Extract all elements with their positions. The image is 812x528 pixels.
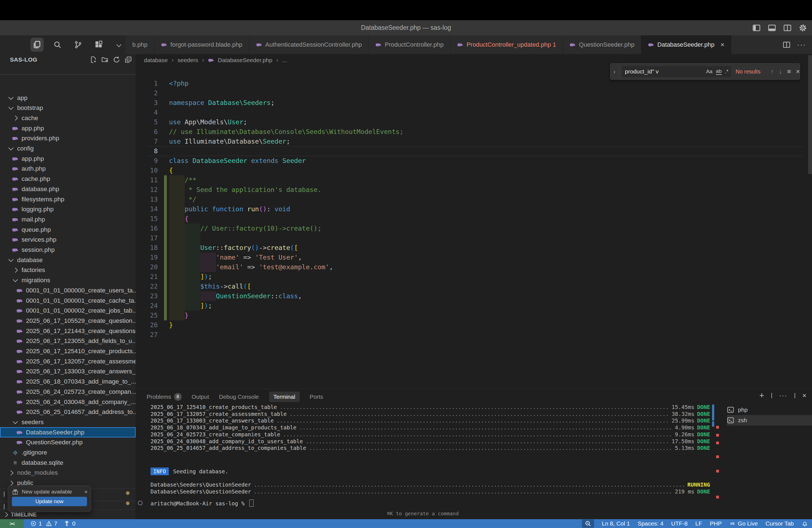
tree-file-mail-php[interactable]: mail.php	[0, 214, 135, 224]
zoom-status-icon[interactable]	[582, 519, 594, 528]
tree-file-app-php[interactable]: app.php	[0, 153, 135, 164]
source-control-icon[interactable]	[71, 38, 85, 52]
editor-scrollbar[interactable]	[808, 54, 812, 389]
tree-file-2025-06-24-025723-create-compan-[interactable]: 2025_06_24_025723_create_compan...	[0, 386, 135, 397]
remote-indicator[interactable]: ><	[0, 519, 24, 528]
collapsed-section-chevron-icon[interactable]	[4, 492, 4, 497]
tree-file-database-php[interactable]: database.php	[0, 184, 135, 194]
tree-folder-database[interactable]: database	[0, 255, 135, 265]
panel-tab-problems[interactable]: Problems8	[147, 393, 182, 401]
code-line-17[interactable]: 17	[135, 233, 812, 243]
next-match-icon[interactable]: ↓	[779, 68, 782, 75]
toggle-primary-sidebar-icon[interactable]	[752, 24, 760, 32]
whole-word-icon[interactable]: ab	[716, 68, 722, 75]
indentation-status[interactable]: Spaces: 4	[638, 520, 663, 527]
tree-file-2025-06-18-070343-add-image-to-[interactable]: 2025_06_18_070343_add_image_to_...	[0, 377, 135, 387]
editor-tab-b-php[interactable]: b.php	[126, 35, 155, 54]
more-actions-icon[interactable]: ···	[779, 392, 787, 399]
panel-tab-terminal[interactable]: Terminal	[269, 392, 300, 402]
tree-file-services-php[interactable]: services.php	[0, 235, 135, 245]
eol-status[interactable]: LF	[695, 520, 702, 527]
terminal-dropdown-chevron-icon[interactable]	[771, 393, 772, 398]
code-line-20[interactable]: 20 'email' => 'test@example.com',	[135, 262, 812, 272]
code-line-2[interactable]: 2	[135, 88, 812, 98]
tree-file-2025-06-24-030048-add-company-[interactable]: 2025_06_24_030048_add_company_...	[0, 397, 135, 407]
tree-folder-config[interactable]: config	[0, 144, 135, 154]
panel-tab-ports[interactable]: Ports	[309, 394, 323, 400]
code-line-7[interactable]: 7use Illuminate\Database\Seeder;	[135, 137, 812, 146]
code-line-4[interactable]: 4	[135, 108, 812, 117]
editor-tab-authenticatedsessioncontroller-php[interactable]: AuthenticatedSessionController.php	[249, 35, 369, 54]
tree-file--gitignore[interactable]: .gitignore	[0, 448, 135, 458]
new-folder-icon[interactable]	[101, 56, 108, 63]
tree-file-filesystems-php[interactable]: filesystems.php	[0, 194, 135, 204]
previous-match-icon[interactable]: ↑	[771, 68, 774, 75]
new-file-icon[interactable]	[90, 56, 97, 63]
tree-file-app-php[interactable]: app.php	[0, 123, 135, 133]
maximize-panel-chevron-icon[interactable]	[795, 393, 795, 398]
explorer-icon[interactable]	[30, 38, 44, 52]
refresh-icon[interactable]	[113, 56, 120, 63]
close-icon[interactable]: ×	[721, 41, 724, 48]
tree-folder-bootstrap[interactable]: bootstrap	[0, 103, 135, 113]
find-input[interactable]: product_id" v Aa ab .*	[622, 66, 731, 77]
tree-folder-migrations[interactable]: migrations	[0, 275, 135, 285]
title-bar[interactable]: DatabaseSeeder.php — sas-log	[0, 20, 812, 35]
tree-folder-node-modules[interactable]: node_modules	[0, 468, 135, 478]
terminal-instance-zsh[interactable]: zsh	[727, 415, 812, 426]
terminal-instance-php[interactable]: php	[727, 405, 812, 415]
tree-file-2025-06-25-014657-add-address-to-[interactable]: 2025_06_25_014657_add_address_to...	[0, 407, 135, 417]
new-terminal-icon[interactable]: +	[759, 391, 764, 400]
problems-status[interactable]: 1 7	[30, 520, 57, 527]
code-line-25[interactable]: 25 }	[135, 311, 812, 320]
code-line-15[interactable]: 15 {	[135, 214, 812, 224]
tree-folder-seeders[interactable]: seeders	[0, 417, 135, 427]
editor-tab-productcontroller-updated-php-1[interactable]: ProductController_updated.php 1	[450, 35, 563, 54]
editor-tab-databaseseeder-php[interactable]: DatabaseSeeder.php×	[641, 35, 731, 54]
tree-file-2025-06-17-133003-create-answers-[interactable]: 2025_06_17_133003_create_answers_...	[0, 366, 135, 377]
code-line-14[interactable]: 14 public function run(): void	[135, 204, 812, 214]
tree-folder-app[interactable]: app	[0, 93, 135, 103]
code-line-23[interactable]: 23 QuestionSeeder::class,	[135, 291, 812, 301]
cursor-position-status[interactable]: Ln 8, Col 1	[602, 520, 630, 527]
code-line-12[interactable]: 12 * Seed the application's database.	[135, 185, 812, 195]
code-line-1[interactable]: 1<?php	[135, 79, 812, 88]
update-now-button[interactable]: Update now	[12, 497, 87, 506]
code-line-13[interactable]: 13 */	[135, 195, 812, 204]
panel-tab-output[interactable]: Output	[192, 394, 209, 400]
close-panel-icon[interactable]: ×	[802, 391, 807, 400]
bell-icon[interactable]	[801, 520, 808, 527]
tree-folder-factories[interactable]: factories	[0, 265, 135, 275]
tree-file-databaseseeder-php[interactable]: DatabaseSeeder.php	[0, 427, 135, 437]
collapsed-section-chevron-icon[interactable]	[4, 504, 4, 509]
tree-file-cache-php[interactable]: cache.php	[0, 174, 135, 184]
tree-file-providers-php[interactable]: providers.php	[0, 133, 135, 144]
tree-file-2025-06-17-105529-create-question-[interactable]: 2025_06_17_105529_create_question...	[0, 316, 135, 326]
scrollbar-thumb[interactable]	[712, 405, 714, 421]
scrollbar-thumb[interactable]	[712, 421, 714, 427]
breadcrumb-item[interactable]: seeders	[178, 57, 198, 63]
tree-file-2025-06-17-123055-add-fields-to-u-[interactable]: 2025_06_17_123055_add_fields_to_u...	[0, 336, 135, 346]
code-line-24[interactable]: 24 ]);	[135, 301, 812, 311]
code-line-6[interactable]: 6// use Illuminate\Database\Console\Seed…	[135, 127, 812, 137]
tree-file-2025-06-17-125410-create-products-[interactable]: 2025_06_17_125410_create_products...	[0, 346, 135, 356]
extensions-icon[interactable]	[92, 38, 105, 52]
tree-file-logging-php[interactable]: logging.php	[0, 204, 135, 215]
close-icon[interactable]: ×	[84, 489, 88, 495]
ports-status[interactable]: 0	[64, 520, 75, 527]
more-actions-icon[interactable]: ···	[797, 41, 806, 49]
code-line-26[interactable]: 26}	[135, 320, 812, 330]
tree-file-queue-php[interactable]: queue.php	[0, 224, 135, 235]
toggle-replace-chevron-icon[interactable]: ›	[610, 63, 619, 79]
tree-file-0001-01-01-000002-create-jobs-tab-[interactable]: 0001_01_01_000002_create_jobs_tab...	[0, 306, 135, 316]
code-line-5[interactable]: 5use App\Models\User;	[135, 117, 812, 127]
go-live-status[interactable]: Go Live	[729, 520, 758, 527]
tree-file-2025-06-17-132057-create-assessme-[interactable]: 2025_06_17_132057_create_assessme...	[0, 356, 135, 366]
editor-tab-forgot-password-blade-php[interactable]: forgot-password.blade.php	[155, 35, 249, 54]
regex-icon[interactable]: .*	[725, 69, 729, 75]
code-line-10[interactable]: 10{	[135, 166, 812, 175]
tree-file-0001-01-01-000000-create-users-ta-[interactable]: 0001_01_01_000000_create_users_ta...	[0, 285, 135, 295]
code-line-3[interactable]: 3namespace Database\Seeders;	[135, 98, 812, 108]
find-in-selection-icon[interactable]: ≡	[787, 68, 791, 75]
close-icon[interactable]: ×	[796, 68, 800, 75]
